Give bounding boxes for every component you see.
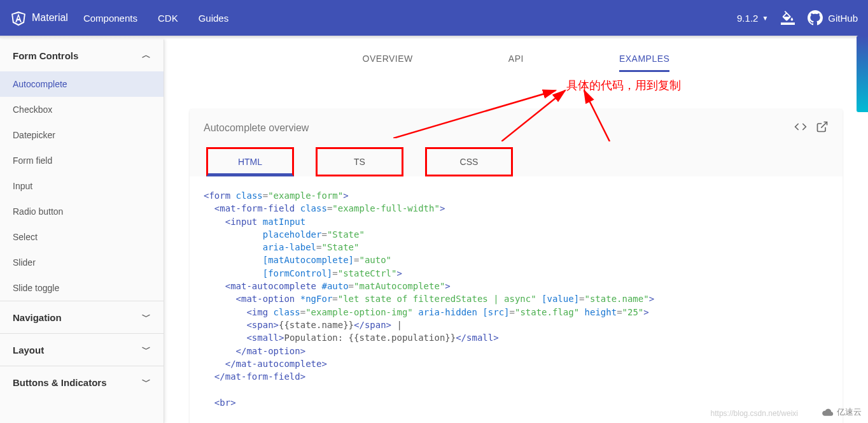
sidebar-group-navigation[interactable]: Navigation﹀ bbox=[0, 301, 164, 333]
open-external-icon[interactable] bbox=[816, 120, 829, 136]
example-title: Autocomplete overview bbox=[204, 122, 794, 134]
sidebar-item-slider[interactable]: Slider bbox=[0, 250, 164, 275]
doc-tabs: OVERVIEWAPIEXAMPLES bbox=[190, 39, 843, 78]
sidebar-item-datepicker[interactable]: Datepicker bbox=[0, 122, 164, 148]
code-tabs: HTMLTSCSS bbox=[190, 147, 843, 176]
annotation-text: 具体的代码，用到复制 bbox=[566, 78, 681, 93]
github-label: GitHub bbox=[828, 13, 858, 24]
sidebar-item-form-field[interactable]: Form field bbox=[0, 148, 164, 173]
code-tab-html[interactable]: HTML bbox=[206, 147, 294, 176]
sidebar-item-select[interactable]: Select bbox=[0, 224, 164, 250]
nav-cdk[interactable]: CDK bbox=[158, 13, 178, 24]
sidebar-group-form-controls[interactable]: Form Controls︿ bbox=[0, 39, 164, 71]
github-link[interactable]: GitHub bbox=[808, 10, 858, 25]
sidebar-item-input[interactable]: Input bbox=[0, 173, 164, 199]
brand-name: Material bbox=[32, 12, 68, 24]
code-tab-ts[interactable]: TS bbox=[316, 147, 403, 176]
chevron-down-icon: ﹀ bbox=[142, 344, 151, 355]
chevron-down-icon: ﹀ bbox=[142, 376, 151, 388]
paint-bucket-icon[interactable] bbox=[781, 11, 795, 25]
version-label: 9.1.2 bbox=[737, 13, 758, 24]
doc-tab-api[interactable]: API bbox=[508, 54, 524, 72]
code-block: <form class="example-form"> <mat-form-fi… bbox=[190, 176, 843, 423]
doc-tab-overview[interactable]: OVERVIEW bbox=[363, 54, 413, 72]
sidebar-item-autocomplete[interactable]: Autocomplete bbox=[0, 71, 164, 97]
svg-line-6 bbox=[821, 122, 827, 128]
version-selector[interactable]: 9.1.2 ▼ bbox=[737, 13, 768, 24]
example-card: Autocomplete overview HTMLTSCSS <form cl… bbox=[190, 109, 843, 423]
cloud-brand: 亿速云 bbox=[820, 406, 862, 418]
sidebar-item-slide-toggle[interactable]: Slide toggle bbox=[0, 275, 164, 301]
chevron-up-icon: ︿ bbox=[142, 50, 151, 61]
sidebar-group-layout[interactable]: Layout﹀ bbox=[0, 333, 164, 366]
top-navbar: Material Components CDK Guides 9.1.2 ▼ G… bbox=[0, 0, 868, 36]
code-tab-css[interactable]: CSS bbox=[425, 147, 513, 176]
main-content: OVERVIEWAPIEXAMPLES 具体的代码，用到复制 Autocompl… bbox=[164, 39, 868, 423]
sidebar: Form Controls︿AutocompleteCheckboxDatepi… bbox=[0, 39, 164, 423]
sidebar-group-buttons-&-indicators[interactable]: Buttons & Indicators﹀ bbox=[0, 366, 164, 398]
angular-logo[interactable]: Material bbox=[10, 10, 68, 26]
page-progress-indicator bbox=[857, 36, 868, 112]
sidebar-item-radio-button[interactable]: Radio button bbox=[0, 199, 164, 224]
nav-components[interactable]: Components bbox=[83, 13, 137, 24]
sidebar-item-checkbox[interactable]: Checkbox bbox=[0, 97, 164, 122]
chevron-down-icon: ▼ bbox=[762, 15, 768, 22]
watermark-text: https://blog.csdn.net/weixi bbox=[711, 409, 798, 418]
nav-guides[interactable]: Guides bbox=[199, 13, 229, 24]
chevron-down-icon: ﹀ bbox=[142, 312, 151, 323]
doc-tab-examples[interactable]: EXAMPLES bbox=[619, 54, 669, 72]
view-source-icon[interactable] bbox=[794, 120, 807, 136]
